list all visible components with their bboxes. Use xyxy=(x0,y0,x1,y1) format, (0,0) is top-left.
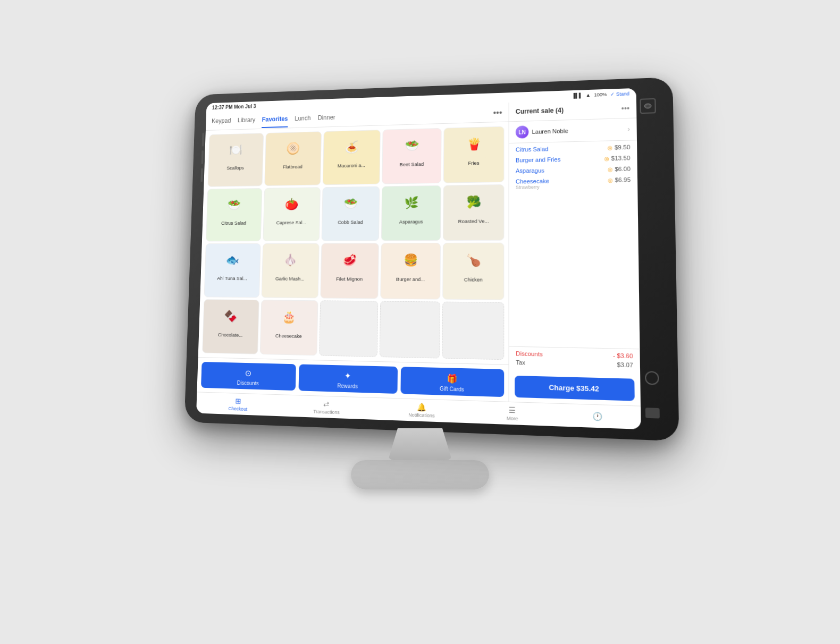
checkout-label: Checkout xyxy=(229,406,248,412)
discounts-total-value: - $3.60 xyxy=(613,352,633,360)
burger-fries-link[interactable]: Burger and Fries xyxy=(516,156,561,164)
tax-value: $3.07 xyxy=(617,361,633,369)
clock-icon: 🕐 xyxy=(593,412,603,421)
asparagus-link[interactable]: Asparagus xyxy=(516,167,544,174)
menu-item-flatbread[interactable]: 🫓 Flatbread xyxy=(264,131,322,185)
menu-item-garlic-mash[interactable]: 🧄 Garlic Mash... xyxy=(261,243,319,298)
nav-transactions[interactable]: ⇄ Transactions xyxy=(307,399,346,416)
right-hardware-strip xyxy=(636,87,665,430)
garlic-label: Garlic Mash... xyxy=(275,276,305,282)
cobb-image: 🥗 xyxy=(336,190,365,217)
battery-level: 100% xyxy=(594,91,607,97)
roasted-label: Roasted Ve... xyxy=(458,218,489,224)
status-right: ▐▌▌ ▲ 100% ✓ Stand xyxy=(572,91,629,98)
coin-icon: ◎ xyxy=(608,145,613,150)
caprese-label: Caprese Sal... xyxy=(276,219,306,225)
citrus-salad-link[interactable]: Citrus Salad xyxy=(516,146,549,152)
right-panel: Current sale (4) ••• LN Lauren Noble xyxy=(509,98,641,406)
flatbread-label: Flatbread xyxy=(283,164,303,170)
gift-cards-icon: 🎁 xyxy=(447,374,457,384)
ipad-screen: 12:37 PM Mon Jul 3 ▐▌▌ ▲ 100% ✓ Stand xyxy=(196,88,641,429)
menu-item-burger[interactable]: 🍔 Burger and... xyxy=(381,243,441,299)
volume-up-button[interactable] xyxy=(202,133,204,147)
menu-item-fries[interactable]: 🍟 Fries xyxy=(443,126,505,183)
menu-item-filet-mignon[interactable]: 🥩 Filet Mignon xyxy=(320,243,379,299)
discounts-label: Discounts xyxy=(237,380,259,386)
coin-icon-4: ◎ xyxy=(608,177,614,183)
menu-item-cobb[interactable]: 🥗 Cobb Salad xyxy=(321,186,380,241)
chicken-image: 🍗 xyxy=(458,247,489,275)
flatbread-image: 🫓 xyxy=(279,135,307,162)
scene: 12:37 PM Mon Jul 3 ▐▌▌ ▲ 100% ✓ Stand xyxy=(159,83,681,561)
tab-favorites[interactable]: Favorites xyxy=(262,115,288,128)
menu-item-citrus-salad[interactable]: 🥗 Citrus Salad xyxy=(206,188,262,241)
rewards-button[interactable]: ✦ Rewards xyxy=(298,364,398,394)
mac-image: 🍝 xyxy=(337,134,366,161)
menu-item-chocolate[interactable]: 🍫 Chocolate... xyxy=(202,299,259,354)
coin-icon-2: ◎ xyxy=(604,155,610,161)
empty-cell-1 xyxy=(319,300,379,357)
customer-row[interactable]: LN Lauren Noble › xyxy=(509,118,637,143)
empty-cell-3 xyxy=(442,301,505,360)
tax-row: Tax $3.07 xyxy=(516,359,633,369)
sale-more-button[interactable]: ••• xyxy=(621,104,630,113)
citrus-label: Citrus Salad xyxy=(221,220,246,226)
burger-label: Burger and... xyxy=(396,276,425,283)
discounts-icon: ⊙ xyxy=(245,368,251,378)
menu-item-ahi-tuna[interactable]: 🐟 Ahi Tuna Sal... xyxy=(204,243,261,298)
beet-image: 🥗 xyxy=(397,132,426,159)
gift-cards-label: Gift Cards xyxy=(440,386,464,393)
menu-item-chicken[interactable]: 🍗 Chicken xyxy=(442,243,504,300)
menu-item-mac[interactable]: 🍝 Macaroni a... xyxy=(322,130,381,185)
filet-image: 🥩 xyxy=(335,247,364,274)
nav-checkout[interactable]: ⊞ Checkout xyxy=(222,396,253,412)
sale-item-burger-fries: Burger and Fries ◎$13.50 xyxy=(516,155,631,164)
cheesecake-image: 🎂 xyxy=(275,303,304,331)
mute-button[interactable] xyxy=(200,168,203,182)
tuna-image: 🐟 xyxy=(219,247,246,274)
transactions-icon: ⇄ xyxy=(323,400,330,409)
customer-chevron-icon: › xyxy=(627,125,629,133)
cobb-label: Cobb Salad xyxy=(338,219,363,225)
tabs-more-button[interactable]: ••• xyxy=(493,108,502,122)
customer-name: Lauren Noble xyxy=(532,128,568,135)
burger-image: 🍔 xyxy=(396,247,426,274)
cheesecake-price: ◎$6.95 xyxy=(608,176,631,183)
nav-notifications[interactable]: 🔔 Notifications xyxy=(402,402,441,419)
nav-more[interactable]: ☰ More xyxy=(500,405,525,422)
items-grid: 🍽️ Scallops 🫓 Flatbread 🍝 Macaroni a... xyxy=(198,122,509,364)
tax-label: Tax xyxy=(516,359,525,366)
stand-neck xyxy=(388,428,452,460)
menu-item-roasted-veg[interactable]: 🥦 Roasted Ve... xyxy=(443,184,504,241)
cheesecake-sub: Strawberry xyxy=(516,183,631,190)
tab-lunch[interactable]: Lunch xyxy=(295,115,311,128)
tab-dinner[interactable]: Dinner xyxy=(317,114,335,126)
sale-item-cheesecake: Cheesecake ◎$6.95 Strawberry xyxy=(516,176,631,190)
gift-cards-button[interactable]: 🎁 Gift Cards xyxy=(400,367,504,397)
menu-item-scallops[interactable]: 🍽️ Scallops xyxy=(207,133,264,187)
home-button[interactable] xyxy=(645,371,659,385)
cheesecake-link[interactable]: Cheesecake xyxy=(516,178,549,185)
caprese-image: 🍅 xyxy=(278,191,306,217)
charge-button[interactable]: Charge $35.42 xyxy=(515,376,635,401)
left-panel: Keypad Library Favorites Lunch Dinner ••… xyxy=(197,103,509,402)
menu-item-cheesecake[interactable]: 🎂 Cheesecake xyxy=(259,300,318,356)
volume-down-button[interactable] xyxy=(201,150,204,164)
sale-title: Current sale (4) xyxy=(516,106,564,115)
menu-item-beet-salad[interactable]: 🥗 Beet Salad xyxy=(382,128,442,184)
customer-info: LN Lauren Noble xyxy=(516,124,568,139)
menu-item-asparagus[interactable]: 🌿 Asparagus xyxy=(381,185,441,241)
ipad-device: 12:37 PM Mon Jul 3 ▐▌▌ ▲ 100% ✓ Stand xyxy=(184,77,679,441)
cheesecake-label: Cheesecake xyxy=(275,333,302,339)
tab-keypad[interactable]: Keypad xyxy=(212,117,231,129)
nfc-reader-icon xyxy=(640,98,656,114)
stand-status: ✓ Stand xyxy=(610,91,629,97)
nav-clock[interactable]: 🕐 xyxy=(586,411,610,421)
more-icon: ☰ xyxy=(509,405,516,414)
discounts-button[interactable]: ⊙ Discounts xyxy=(201,362,296,391)
menu-item-caprese[interactable]: 🍅 Caprese Sal... xyxy=(263,187,320,241)
coin-icon-3: ◎ xyxy=(608,166,613,172)
tab-library[interactable]: Library xyxy=(237,116,255,129)
scallops-label: Scallops xyxy=(226,165,244,171)
asparagus-label: Asparagus xyxy=(399,218,423,225)
